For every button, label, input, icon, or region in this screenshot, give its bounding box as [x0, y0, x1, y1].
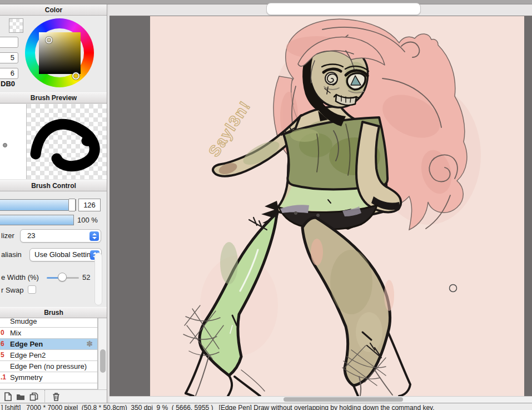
- control-scrollbar[interactable]: [95, 253, 102, 305]
- saturation-value-square[interactable]: [39, 32, 81, 74]
- status-text: ] [shift] 7000 * 7000 pixel (50.8 * 50.8…: [1, 404, 435, 410]
- min-width-value: 52: [82, 273, 90, 281]
- brush-stroke-preview: [27, 104, 107, 179]
- tool-side-panel: Color 5 6 DB0 Brush Preview Brush Contro…: [0, 4, 107, 403]
- brush-list-scroll-thumb[interactable]: [100, 349, 106, 373]
- folder-icon[interactable]: [16, 392, 26, 402]
- brush-size-value[interactable]: 126: [78, 199, 101, 211]
- brush-preview-header: Brush Preview: [0, 92, 107, 103]
- document-tab[interactable]: [266, 3, 421, 15]
- brush-list-header: Brush: [0, 307, 107, 318]
- stabilizer-label: lizer: [1, 231, 14, 240]
- sv-selector-ring[interactable]: [46, 37, 52, 43]
- stabilizer-value: 23: [27, 230, 90, 242]
- hue-selector-ring[interactable]: [72, 72, 79, 80]
- brush-item-edge-pen2[interactable]: 5 Edge Pen2: [0, 350, 97, 361]
- min-width-label: e Width (%): [1, 273, 39, 281]
- opacity-value: 100 %: [77, 216, 98, 224]
- stepper-icon[interactable]: [90, 231, 99, 241]
- drawing-canvas[interactable]: Sayl3n!: [150, 16, 524, 396]
- brush-stroke-sample: [27, 104, 107, 179]
- delete-brush-icon[interactable]: [51, 392, 61, 402]
- brush-settings-gear-icon[interactable]: ✽: [86, 339, 93, 349]
- color-value-field-2[interactable]: 5: [0, 52, 18, 63]
- duplicate-brush-icon[interactable]: [29, 392, 39, 402]
- brush-item-smudge[interactable]: Smudge: [0, 318, 97, 328]
- window-chrome-strip: [0, 0, 532, 4]
- opacity-slider[interactable]: [0, 215, 74, 225]
- stabilizer-dropdown[interactable]: 23: [20, 229, 101, 243]
- brush-list: Smudge 0 Mix 6 Edge Pen ✽ 5 Edge Pen2 Ed…: [0, 318, 98, 389]
- antialias-value: Use Global Settin: [34, 249, 91, 261]
- min-width-handle[interactable]: [58, 273, 67, 281]
- brush-item-mix[interactable]: 0 Mix: [0, 328, 97, 339]
- status-bar: ] [shift] 7000 * 7000 pixel (50.8 * 50.8…: [0, 403, 532, 410]
- brush-dot-preview: [3, 143, 7, 147]
- brush-toolbar: [0, 389, 107, 403]
- brush-size-slider[interactable]: [0, 199, 76, 211]
- add-brush-icon[interactable]: [3, 392, 13, 402]
- brush-size-strip: [0, 104, 27, 179]
- brush-item-symmetry[interactable]: .1 Symmetry: [0, 372, 97, 383]
- toolbar-separator: [44, 390, 45, 403]
- swap-checkbox[interactable]: [28, 285, 36, 294]
- brush-item-edge-pen-selected[interactable]: 6 Edge Pen ✽: [0, 339, 97, 350]
- swap-label: r Swap: [1, 286, 23, 294]
- brush-item-edge-pen-no-pressure[interactable]: Edge Pen (no pressure): [0, 361, 97, 372]
- brush-item-partial[interactable]: [0, 383, 97, 389]
- brush-size-slider-handle[interactable]: [68, 199, 76, 211]
- hex-color-label: DB0: [1, 80, 15, 88]
- color-value-field-3[interactable]: 6: [0, 68, 18, 79]
- brush-control-header: Brush Control: [0, 180, 107, 191]
- color-panel-header: Color: [0, 4, 107, 16]
- brush-list-scrollbar[interactable]: [98, 318, 107, 389]
- antialias-dropdown[interactable]: Use Global Settin: [29, 248, 102, 261]
- antialias-label: aliasin: [1, 250, 22, 259]
- transparent-color-swatch[interactable]: [9, 18, 23, 33]
- canvas-scroll-thumb[interactable]: [284, 397, 403, 402]
- color-value-field-1[interactable]: [0, 37, 18, 48]
